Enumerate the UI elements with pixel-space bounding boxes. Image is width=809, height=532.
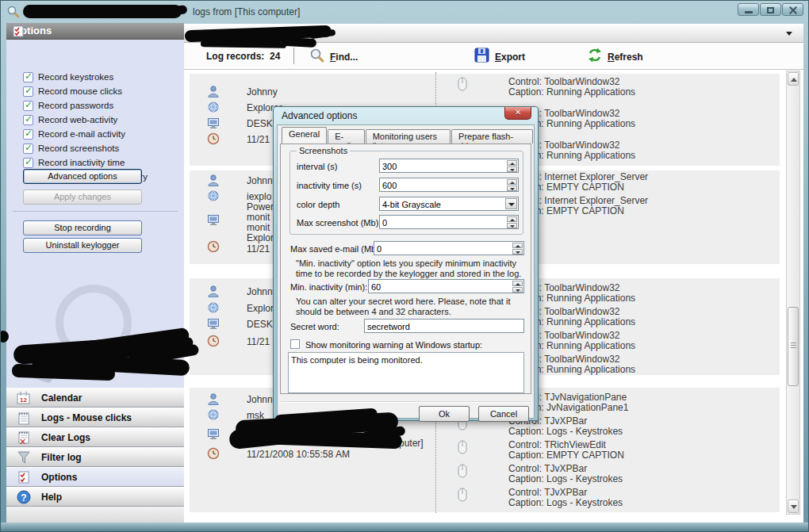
monitoring-warning-label: Show monitoring warning at Windows start… (305, 340, 482, 350)
apply-changes-button: Apply changes (23, 189, 142, 205)
sidebar-nav: 12 Calendar Logs - Mouse clicks ✕ Clear … (6, 388, 184, 507)
checkbox-record-email-activity[interactable]: Record e-mail activity (23, 129, 182, 141)
secret-word-label: Secret word: (290, 322, 339, 331)
tab-monitoring-users-list[interactable]: Monitoring users list (366, 129, 451, 144)
inactivity-time-label: inactivity time (s) (297, 181, 362, 190)
log-event[interactable]: Control: TRichViewEditCaption: EMPTY CAP… (508, 440, 624, 461)
spin-down-icon (507, 166, 517, 172)
time-icon (207, 335, 220, 350)
close-button[interactable] (782, 3, 803, 16)
event-caption: Caption: Logs - Keystrokes (508, 427, 623, 437)
dialog-tabs: General E-mail Monitoring users list Pre… (282, 128, 534, 144)
arrow-down-icon (791, 505, 797, 509)
search-icon (309, 47, 325, 67)
checkbox-icon[interactable] (23, 86, 33, 97)
user-icon (207, 85, 220, 101)
checkbox-record-keystrokes[interactable]: Record keystrokes (23, 72, 182, 84)
tab-email[interactable]: E-mail (328, 129, 365, 144)
web-icon (207, 189, 220, 205)
checkbox-record-web-activity[interactable]: Record web-activity (23, 115, 182, 127)
log-time: 11/21 (247, 336, 270, 347)
chevron-down-icon[interactable] (505, 198, 517, 209)
log-time: 11/21 (247, 243, 270, 255)
checkbox-record-passwords[interactable]: Record passwords (23, 101, 182, 113)
clear-logs-icon: ✕ (16, 430, 32, 449)
interval-label: interval (s) (297, 162, 337, 171)
max-saved-email-input[interactable] (374, 241, 524, 255)
export-button[interactable]: Export (474, 47, 525, 67)
tab-prepare-flash-drive[interactable]: Prepare flash-drive (451, 129, 533, 144)
spinner[interactable] (506, 216, 517, 228)
spinner[interactable] (512, 243, 523, 254)
maximize-button[interactable] (760, 3, 781, 16)
event-caption: Caption: Running Applications (508, 87, 635, 98)
checkbox-icon[interactable] (23, 101, 33, 111)
secret-word-note: You can alter your secret word here. Ple… (296, 297, 527, 316)
scroll-up-button[interactable] (788, 72, 799, 86)
min-inactivity-label: Min. inactivity (min): (290, 282, 367, 292)
checkbox-icon[interactable] (23, 158, 33, 168)
svg-text:✕: ✕ (19, 437, 26, 446)
scroll-down-button[interactable] (788, 499, 799, 513)
inactivity-time-input[interactable] (379, 178, 519, 192)
minimize-button[interactable] (738, 3, 759, 16)
computer-icon (207, 317, 220, 333)
mouse-icon (456, 77, 469, 94)
checkbox-icon[interactable] (23, 144, 33, 154)
tab-general[interactable]: General (282, 127, 327, 144)
options-sidebar: Options Record keystrokes Record mouse c… (6, 23, 184, 524)
log-line: Explor (247, 232, 274, 243)
app-magnifier-icon (6, 5, 20, 21)
checkbox-record-mouse-clicks[interactable]: Record mouse clicks (23, 86, 182, 98)
advanced-options-button[interactable]: Advanced options (23, 169, 142, 184)
spinner[interactable] (512, 281, 523, 292)
min-inactivity-input[interactable] (368, 279, 524, 293)
scrollbar-thumb[interactable] (788, 307, 799, 386)
refresh-button[interactable]: Refresh (587, 47, 643, 67)
checkbox-record-inactivity-time[interactable]: Record inactivity time (23, 158, 182, 170)
checkbox-icon[interactable] (23, 72, 33, 82)
find-button[interactable]: Find... (309, 47, 358, 67)
sidebar-filler (6, 507, 184, 524)
calendar-icon: 12 (16, 390, 32, 409)
max-screenshot-input[interactable] (379, 215, 519, 229)
log-event[interactable]: Control: TJvXPBarCaption: Logs - Keystro… (508, 488, 623, 508)
nav-item-calendar[interactable]: 12 Calendar (6, 388, 184, 408)
dialog-title: Advanced options (282, 110, 357, 121)
floppy-disk-icon (474, 47, 490, 67)
log-app: iexplo (247, 191, 271, 202)
color-depth-dropdown[interactable] (379, 197, 519, 211)
mouse-icon (456, 440, 469, 457)
nav-item-clear-logs[interactable]: ✕ Clear Logs (6, 427, 184, 447)
checkbox-record-screenshots[interactable]: Record screenshots (23, 144, 182, 155)
uninstall-keylogger-button[interactable]: Uninstall keylogger (23, 238, 142, 253)
ok-button[interactable]: Ok (419, 406, 470, 422)
nav-item-logs-mouse-clicks[interactable]: Logs - Mouse clicks (6, 408, 184, 427)
help-icon: ? (16, 489, 32, 508)
dialog-body: General E-mail Monitoring users list Pre… (277, 124, 535, 419)
list-scrollbar[interactable] (786, 71, 800, 515)
interval-input[interactable] (379, 159, 519, 173)
log-event[interactable]: Control: TJvXPBarCaption: Logs - Keystro… (508, 464, 623, 484)
spinner[interactable] (506, 160, 517, 171)
log-app: Explor (247, 303, 274, 314)
log-host: monit (247, 212, 270, 223)
event-caption: Caption: EMPTY CAPTION (508, 450, 624, 461)
toolbar-divider (293, 48, 294, 64)
dialog-close-button[interactable]: ✕ (504, 107, 531, 120)
web-icon (207, 101, 220, 117)
min-inactivity-note: "Min. inactivity" option lets you specif… (296, 258, 527, 278)
log-event[interactable]: Control: ToolbarWindow32Caption: Running… (508, 77, 635, 98)
stop-recording-button[interactable]: Stop recording (23, 220, 142, 235)
warning-text-area[interactable]: This computer is being monitored. (288, 352, 524, 393)
mouse-icon (456, 464, 469, 481)
nav-item-filter-log[interactable]: Filter log (6, 447, 184, 467)
secret-word-input[interactable] (364, 319, 524, 333)
monitoring-warning-checkbox[interactable] (290, 339, 300, 349)
cancel-button[interactable]: Cancel (478, 406, 529, 422)
nav-item-options[interactable]: Options (6, 467, 184, 487)
checkbox-icon[interactable] (23, 129, 33, 140)
nav-item-help[interactable]: ? Help (6, 487, 184, 507)
spinner[interactable] (506, 179, 517, 190)
checkbox-icon[interactable] (23, 115, 33, 125)
